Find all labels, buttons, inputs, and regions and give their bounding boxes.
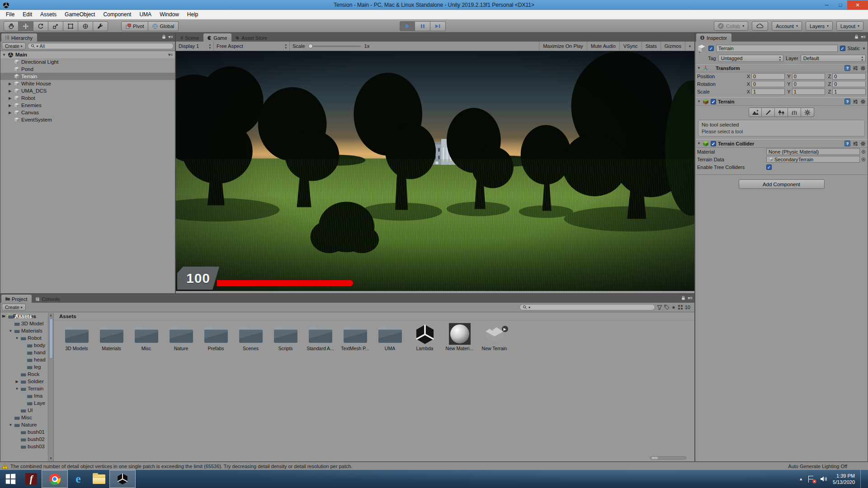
paint-details-button[interactable] — [788, 108, 801, 117]
y-value-field[interactable]: 0 — [792, 73, 826, 80]
hierarchy-item[interactable]: ▶ Enemies — [0, 102, 175, 109]
terrain-enabled-checkbox[interactable]: ✓ — [711, 99, 716, 104]
y-value-field[interactable]: 1 — [792, 89, 826, 95]
project-tree-item[interactable]: ▼ Nature — [0, 421, 53, 428]
hierarchy-item[interactable]: Terrain — [0, 73, 175, 80]
layers-button[interactable]: Layers▾ — [806, 21, 833, 31]
game-toolbar-button[interactable]: Stats — [642, 42, 660, 51]
project-tree-item[interactable]: Ima — [0, 392, 53, 399]
z-value-field[interactable]: 0 — [832, 81, 866, 87]
collider-enabled-checkbox[interactable]: ✓ — [711, 141, 716, 146]
asset-tile[interactable]: Scenes — [233, 321, 268, 351]
project-create-button[interactable]: Create▾ — [2, 304, 26, 311]
object-picker-icon[interactable] — [861, 150, 866, 154]
tab-project[interactable]: Project — [1, 295, 32, 303]
project-tree-item[interactable]: bush01 — [0, 428, 53, 436]
menu-item[interactable]: Edit — [19, 10, 36, 19]
hierarchy-search-input[interactable]: ▾ All — [28, 43, 174, 49]
tab-game[interactable]: Game — [203, 33, 231, 42]
game-toolbar-button[interactable]: Mute Audio — [587, 42, 619, 51]
hierarchy-item[interactable]: EventSystem — [0, 116, 175, 123]
transform-component-header[interactable]: ▼ Transform ? — [695, 64, 868, 72]
hierarchy-item[interactable]: Pond — [0, 66, 175, 73]
project-tree-item[interactable]: bush02 — [0, 436, 53, 443]
minimize-button[interactable]: ─ — [820, 0, 834, 9]
pause-button[interactable] — [415, 21, 430, 31]
cloud-button[interactable] — [752, 21, 768, 31]
static-checkbox[interactable]: ✓ — [840, 46, 845, 51]
hierarchy-item[interactable]: ▶ UMA_DCS — [0, 87, 175, 94]
project-tree-item[interactable]: head — [0, 356, 53, 363]
presets-icon[interactable] — [853, 141, 858, 146]
presets-icon[interactable] — [853, 99, 858, 104]
aspect-dropdown[interactable]: Free Aspect▴▾ — [214, 42, 290, 51]
gameobject-enabled-checkbox[interactable]: ✓ — [708, 46, 714, 51]
search-by-type-icon[interactable] — [657, 305, 662, 310]
menu-item[interactable]: Window — [156, 10, 183, 19]
account-button[interactable]: Account▾ — [772, 21, 802, 31]
asset-tile[interactable]: Materials — [94, 321, 129, 351]
game-toolbar-button[interactable]: Maximize On Play — [539, 42, 587, 51]
asset-tile[interactable]: ▶ New Terrain — [477, 321, 512, 351]
panel-menu-icon[interactable]: ▾≡ — [861, 34, 866, 39]
step-button[interactable] — [430, 21, 446, 31]
transform-tool-button[interactable] — [78, 21, 93, 31]
add-component-button[interactable]: Add Component — [739, 179, 825, 189]
tab-hierarchy[interactable]: Hierarchy — [1, 33, 37, 42]
menu-item[interactable]: UMA — [135, 10, 156, 19]
move-tool-button[interactable] — [19, 21, 33, 31]
scale-tool-button[interactable] — [48, 21, 63, 31]
x-value-field[interactable]: 0 — [751, 81, 785, 87]
help-icon[interactable]: ? — [844, 141, 850, 146]
panel-menu-icon[interactable]: ▾≡ — [168, 34, 173, 39]
project-tree-item[interactable]: body — [0, 342, 53, 349]
layer-dropdown[interactable]: Default▴▾ — [801, 55, 866, 62]
game-toolbar-button[interactable]: Gizmos — [660, 42, 685, 51]
presets-icon[interactable] — [853, 66, 858, 71]
material-field[interactable]: None (Physic Material) — [766, 148, 860, 155]
z-value-field[interactable]: 0 — [832, 73, 866, 80]
asset-tile[interactable]: Nature — [164, 321, 198, 351]
tag-dropdown[interactable]: Untagged▴▾ — [718, 55, 783, 62]
project-tree-item[interactable]: hand — [0, 349, 53, 356]
hierarchy-item[interactable]: ▶ White House — [0, 80, 175, 87]
project-tree-item[interactable]: 3D Model — [0, 320, 53, 327]
menu-item[interactable]: Help — [183, 10, 203, 19]
action-center-flag-icon[interactable]: ✕ — [808, 476, 815, 483]
static-dropdown-arrow[interactable]: ▼ — [862, 47, 866, 51]
project-tree-item[interactable]: ▶ Soldier — [0, 378, 53, 385]
lock-icon[interactable] — [162, 34, 166, 39]
tab-scene[interactable]: #Scene — [177, 33, 203, 42]
show-desktop-button[interactable] — [860, 470, 863, 488]
taskbar-chrome-icon[interactable] — [42, 470, 68, 488]
game-viewport[interactable]: 100 — [176, 51, 694, 291]
help-icon[interactable]: ? — [844, 65, 850, 71]
scene-row-main[interactable]: ▼ Main ▾≡ — [0, 51, 175, 58]
gear-icon[interactable] — [860, 99, 866, 104]
scale-slider[interactable] — [309, 46, 361, 47]
search-by-label-icon[interactable] — [664, 305, 670, 310]
paint-terrain-button[interactable] — [762, 108, 775, 117]
project-tree-item[interactable]: Rock — [0, 371, 53, 378]
lock-icon[interactable] — [681, 296, 685, 300]
hierarchy-item[interactable]: ▶ Robot — [0, 94, 175, 102]
close-button[interactable]: ✕ — [847, 0, 868, 9]
object-picker-icon[interactable] — [861, 157, 866, 162]
zoom-slider[interactable] — [650, 456, 686, 460]
menu-item[interactable]: Assets — [36, 10, 61, 19]
auto-generate-lighting-toggle[interactable]: Auto Generate Lighting Off — [788, 464, 847, 469]
volume-icon[interactable] — [820, 476, 827, 482]
scene-options-icon[interactable]: ▾≡ — [168, 52, 173, 57]
z-value-field[interactable]: 1 — [832, 89, 866, 95]
menu-item[interactable]: File — [2, 10, 19, 19]
global-button[interactable]: Global — [148, 21, 179, 31]
hierarchy-item[interactable]: ▶ Canvas — [0, 109, 175, 116]
terrain-collider-header[interactable]: ▼ ✓ Terrain Collider ? — [695, 139, 868, 148]
panel-menu-icon[interactable]: ▾≡ — [688, 296, 693, 300]
project-search-input[interactable]: ▾ — [519, 304, 655, 310]
rect-tool-button[interactable] — [63, 21, 78, 31]
gameobject-name-field[interactable]: Terrain — [716, 45, 838, 52]
asset-tile[interactable]: UMA — [373, 321, 407, 351]
asset-tile[interactable]: Misc — [129, 321, 164, 351]
project-tree-item[interactable]: ▼ Terrain — [0, 385, 53, 392]
